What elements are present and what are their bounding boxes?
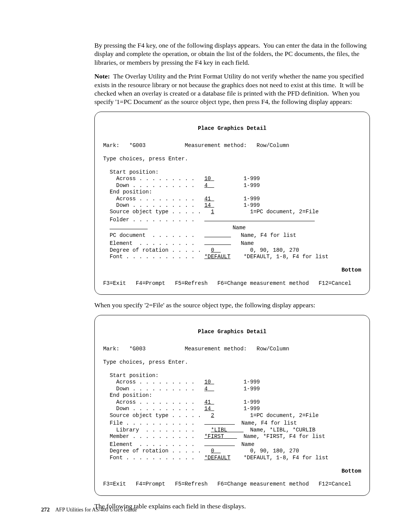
- degree-value-2[interactable]: 0: [211, 448, 214, 454]
- mark-label: Mark:: [103, 142, 119, 149]
- member-range: Name, *FIRST, F4 for list: [244, 433, 325, 439]
- across-end-value[interactable]: 41: [204, 196, 211, 202]
- element-value[interactable]: [204, 239, 231, 245]
- down-start-range-2: 1-999: [244, 386, 260, 392]
- mid-paragraph: When you specify '2=File' as the source …: [94, 301, 370, 309]
- book-title: AFP Utilities for AS/400 User's Guide: [55, 507, 137, 513]
- pc-document-label: PC document: [110, 233, 145, 239]
- screen-title-2: Place Graphics Detail: [103, 329, 361, 335]
- file-label: File: [110, 420, 123, 426]
- down-end-value-2[interactable]: 14: [204, 406, 211, 412]
- mark-value: *G003: [129, 142, 146, 149]
- down-end-label: Down: [116, 202, 129, 208]
- element-value-2[interactable]: [204, 440, 235, 446]
- degree-label-2: Degree of rotation: [110, 448, 168, 454]
- font-value-2[interactable]: *DEFAULT: [204, 455, 231, 461]
- folder-range: Name: [233, 225, 245, 231]
- down-end-label-2: Down: [116, 406, 129, 412]
- member-label: Member: [110, 433, 129, 439]
- element-range: Name: [241, 240, 254, 246]
- file-range: Name, F4 for list: [241, 420, 297, 426]
- note-body: The Overlay Utility and the Print Format…: [94, 72, 364, 105]
- source-object-type-range: 1=PC document, 2=File: [250, 209, 319, 215]
- type-choices-2: Type choices, press Enter.: [103, 359, 188, 365]
- function-keys-2: F3=Exit F4=Prompt F5=Refresh F6=Change m…: [103, 481, 351, 487]
- terminal-screen-2: Place Graphics Detail Mark: *G003 Measur…: [94, 315, 370, 496]
- member-value[interactable]: *FIRST: [204, 433, 224, 439]
- source-object-type-label: Source object type: [110, 209, 168, 215]
- folder-value-cont[interactable]: [110, 224, 148, 229]
- screen-title: Place Graphics Detail: [103, 125, 361, 132]
- element-range-2: Name: [241, 441, 254, 447]
- note-paragraph: Note: The Overlay Utility and the Print …: [94, 72, 370, 106]
- font-range: *DEFAULT, 1-8, F4 for list: [244, 254, 328, 260]
- element-label-2: Element: [110, 441, 132, 447]
- library-label: Library: [116, 427, 139, 433]
- down-label: Down: [116, 182, 129, 189]
- down-end-range: 1-999: [244, 202, 260, 208]
- meas-value-2: Row/Column: [256, 346, 289, 352]
- page-number: 272: [41, 506, 50, 513]
- across-end-range-2: 1-999: [244, 399, 260, 405]
- across-end-label: Across: [116, 196, 135, 202]
- meas-value: Row/Column: [256, 142, 289, 149]
- end-position-label: End position:: [110, 189, 152, 195]
- intro-paragraph: By pressing the F4 key, one of the follo…: [94, 41, 370, 67]
- source-object-type-range-2: 1=PC document, 2=File: [250, 412, 319, 419]
- source-object-type-value[interactable]: 1: [211, 209, 214, 215]
- across-end-label-2: Across: [116, 399, 135, 405]
- across-end-value-2[interactable]: 41: [204, 399, 211, 405]
- down-end-value[interactable]: 14: [204, 202, 211, 208]
- across-start-range-2: 1-999: [244, 379, 260, 385]
- across-label: Across: [116, 176, 135, 182]
- library-range: Name, *LIBL, *CURLIB: [250, 427, 315, 433]
- down-end-range-2: 1-999: [244, 406, 260, 412]
- bottom-indicator: Bottom: [103, 267, 361, 273]
- meas-label-2: Measurement method:: [185, 346, 247, 352]
- across-label-2: Across: [116, 379, 135, 385]
- font-label-2: Font: [110, 455, 123, 461]
- library-value[interactable]: *LIBL: [211, 427, 227, 433]
- function-keys: F3=Exit F4=Prompt F5=Refresh F6=Change m…: [103, 280, 351, 286]
- pc-document-range: Name, F4 for list: [241, 233, 296, 239]
- degree-value[interactable]: 0: [211, 247, 214, 253]
- font-value[interactable]: *DEFAULT: [204, 254, 231, 260]
- font-range-2: *DEFAULT, 1-8, F4 for list: [244, 455, 328, 461]
- across-end-range: 1-999: [244, 196, 260, 202]
- source-object-type-label-2: Source object type: [110, 412, 168, 419]
- bottom-indicator-2: Bottom: [103, 468, 361, 474]
- file-value[interactable]: [204, 419, 235, 425]
- source-object-type-value-2[interactable]: 2: [211, 412, 214, 419]
- mark-label-2: Mark:: [103, 346, 119, 352]
- degree-range: 0, 90, 180, 270: [250, 247, 299, 253]
- degree-label: Degree of rotation: [110, 247, 168, 253]
- across-start-value[interactable]: 10: [204, 176, 211, 182]
- element-label: Element: [110, 240, 132, 246]
- across-start-value-2[interactable]: 10: [204, 379, 211, 385]
- down-start-range: 1-999: [244, 182, 260, 189]
- pc-document-value[interactable]: [204, 231, 231, 237]
- across-start-range: 1-999: [244, 176, 260, 182]
- font-label: Font: [110, 254, 123, 260]
- type-choices: Type choices, press Enter.: [103, 156, 188, 162]
- note-label: Note:: [94, 72, 110, 80]
- start-position-label-2: Start position:: [110, 372, 159, 379]
- terminal-screen-1: Place Graphics Detail Mark: *G003 Measur…: [94, 112, 370, 295]
- end-position-label-2: End position:: [110, 392, 152, 398]
- down-start-value-2[interactable]: 4: [204, 386, 208, 392]
- down-start-value[interactable]: 4: [204, 182, 208, 189]
- meas-label: Measurement method:: [185, 142, 247, 149]
- folder-value[interactable]: [204, 216, 315, 221]
- down-label-2: Down: [116, 386, 129, 392]
- folder-label: Folder: [110, 217, 129, 223]
- mark-value-2: *G003: [129, 346, 146, 352]
- start-position-label: Start position:: [110, 169, 159, 175]
- page-footer: 272 AFP Utilities for AS/400 User's Guid…: [41, 506, 137, 513]
- degree-range-2: 0, 90, 180, 270: [250, 448, 299, 454]
